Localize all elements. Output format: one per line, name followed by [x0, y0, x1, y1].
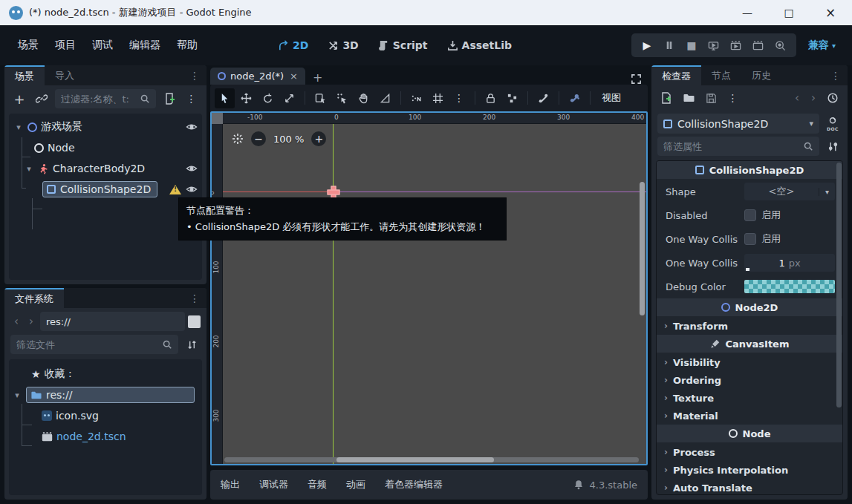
favorites-row[interactable]: ★ 收藏： — [9, 364, 202, 384]
forward-arrow[interactable]: › — [25, 315, 37, 328]
category-collisionshape2d[interactable]: CollisionShape2D — [657, 161, 842, 179]
workspace-2d[interactable]: 2D — [272, 36, 314, 55]
grid-snap-button[interactable] — [428, 88, 448, 108]
scale-tool-button[interactable] — [279, 88, 299, 108]
margin-spinbox[interactable]: 1 px — [744, 254, 835, 272]
ruler-tool-button[interactable] — [375, 88, 395, 108]
show-bones-icon[interactable] — [533, 88, 553, 108]
renderer-selector[interactable]: 兼容 ▾ — [804, 36, 840, 55]
movie-maker-button[interactable] — [749, 36, 768, 54]
version-label[interactable]: 4.3.stable — [589, 480, 637, 491]
bottom-tab-output[interactable]: 输出 — [221, 478, 240, 491]
history-back-arrow[interactable]: ‹ — [791, 91, 803, 105]
pause-button[interactable] — [660, 36, 679, 54]
open-docs-button[interactable]: DOC — [824, 117, 842, 131]
close-button[interactable]: × — [824, 5, 837, 20]
property-filter-input[interactable] — [663, 141, 803, 152]
new-scene-tab-button[interactable]: + — [305, 71, 330, 85]
instance-scene-button[interactable] — [33, 90, 51, 108]
center-view-icon[interactable] — [232, 133, 244, 145]
group-auto-translate[interactable]: › Auto Translate — [657, 479, 842, 495]
group-material[interactable]: › Material — [657, 407, 842, 425]
group-transform[interactable]: › Transform — [657, 317, 842, 335]
history-clock-icon[interactable] — [824, 89, 842, 107]
load-resource-button[interactable] — [680, 89, 697, 107]
resource-menu-icon[interactable]: ⋮ — [724, 89, 742, 107]
remote-debug-button[interactable] — [704, 36, 723, 54]
inspector-scrollbar[interactable] — [836, 163, 842, 408]
scene-tab-node2d[interactable]: node_2d(*) × — [210, 68, 305, 85]
move-tool-button[interactable] — [236, 88, 256, 108]
collapse-icon[interactable]: ▾ — [24, 164, 34, 174]
vertical-scrollbar[interactable] — [640, 182, 645, 315]
visibility-eye-icon[interactable] — [186, 163, 198, 174]
selected-folder[interactable]: res:// — [26, 387, 195, 403]
distraction-free-icon[interactable] — [625, 73, 648, 85]
menu-editor[interactable]: 编辑器 — [123, 34, 166, 56]
shape-dropdown[interactable]: <空> ▾ — [744, 183, 835, 200]
disabled-checkbox[interactable] — [744, 209, 756, 221]
lock-button[interactable] — [481, 88, 501, 108]
stop-button[interactable]: ■ — [682, 36, 701, 54]
warning-icon[interactable] — [169, 185, 181, 194]
visibility-eye-icon[interactable] — [186, 183, 198, 195]
tab-node[interactable]: 节点 — [701, 65, 741, 85]
select-tool-button[interactable] — [215, 88, 235, 108]
tree-row-node[interactable]: Node — [9, 137, 202, 158]
file-filter-input[interactable] — [16, 339, 162, 350]
property-options-icon[interactable] — [824, 137, 842, 155]
bottom-tab-debugger[interactable]: 调试器 — [259, 478, 288, 491]
scene-filter-input[interactable] — [61, 94, 140, 105]
workspace-script[interactable]: Script — [372, 36, 434, 55]
tab-filesystem[interactable]: 文件系统 — [4, 288, 64, 308]
workspace-assetlib[interactable]: AssetLib — [441, 36, 518, 55]
group-button[interactable] — [502, 88, 522, 108]
bottom-tab-animation[interactable]: 动画 — [346, 478, 365, 491]
pan-tool-button[interactable] — [354, 88, 374, 108]
2d-viewport[interactable]: -100 0 100 200 300 400 0 100 200 300 — [210, 111, 648, 465]
horizontal-scrollbar[interactable] — [224, 457, 639, 462]
group-visibility[interactable]: › Visibility — [657, 353, 842, 371]
bottom-tab-shader-editor[interactable]: 着色器编辑器 — [385, 478, 443, 491]
profiler-reel-button[interactable] — [771, 36, 790, 54]
run-movie-button[interactable] — [726, 36, 746, 54]
tree-row-characterbody2d[interactable]: ▾ CharacterBody2D — [9, 158, 202, 179]
skeleton-options-icon[interactable] — [565, 88, 585, 108]
zoom-out-button[interactable]: − — [251, 131, 266, 146]
object-selector[interactable]: CollisionShape2D ▾ — [657, 114, 819, 134]
file-sort-icon[interactable] — [183, 336, 201, 353]
collapse-icon[interactable]: ▾ — [13, 122, 24, 132]
group-process[interactable]: › Process — [657, 443, 842, 461]
dock-menu-icon[interactable]: ⋮ — [825, 70, 848, 82]
back-arrow[interactable]: ‹ — [10, 315, 22, 328]
minimize-button[interactable]: — — [741, 7, 754, 19]
view-menu-button[interactable]: 视图 — [596, 91, 627, 105]
file-row-icon-svg[interactable]: icon.svg — [9, 405, 202, 426]
menu-debug[interactable]: 调试 — [86, 34, 119, 56]
new-resource-button[interactable] — [657, 89, 675, 107]
history-forward-arrow[interactable]: › — [807, 91, 819, 105]
close-tab-icon[interactable]: × — [290, 71, 298, 82]
category-node2d[interactable]: Node2D — [657, 298, 842, 316]
path-input[interactable] — [46, 316, 179, 327]
group-texture[interactable]: › Texture — [657, 389, 842, 407]
smart-snap-button[interactable] — [406, 88, 426, 108]
node-position-gizmo[interactable] — [328, 186, 339, 197]
attach-script-button[interactable] — [160, 90, 178, 108]
category-node[interactable]: Node — [657, 425, 842, 442]
scrollbar-thumb[interactable] — [336, 457, 494, 462]
rotate-tool-button[interactable] — [258, 88, 278, 108]
tab-history[interactable]: 历史 — [741, 65, 781, 85]
collapse-icon[interactable]: ▾ — [12, 390, 22, 400]
save-resource-button[interactable] — [702, 89, 720, 107]
group-ordering[interactable]: › Ordering — [657, 371, 842, 389]
selected-node[interactable]: CollisionShape2D — [42, 181, 157, 197]
visibility-eye-icon[interactable] — [186, 121, 198, 133]
res-root-row[interactable]: ▾ res:// — [9, 384, 202, 405]
notification-bell-icon[interactable] — [573, 480, 584, 490]
scene-tree-menu-icon[interactable]: ⋮ — [183, 90, 201, 108]
menu-help[interactable]: 帮助 — [171, 34, 204, 56]
file-row-node-2d-tscn[interactable]: node_2d.tscn — [9, 426, 202, 447]
play-button[interactable]: ▶ — [637, 36, 657, 54]
tree-row-collisionshape2d[interactable]: CollisionShape2D — [9, 179, 202, 200]
